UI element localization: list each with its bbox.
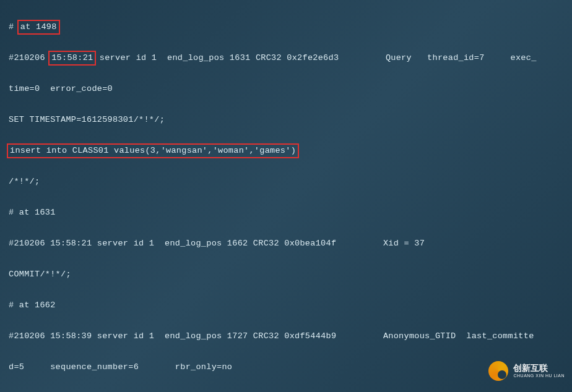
log-line: # at 1662: [9, 297, 563, 313]
text: server id 1 end_log_pos 1631 CRC32 0x2fe…: [94, 53, 536, 62]
log-line: # at 1631: [9, 205, 563, 220]
log-line: #210206 15:58:21 server id 1 end_log_pos…: [9, 236, 563, 251]
logo-icon: [488, 361, 508, 381]
log-line: COMMIT/*!*/;: [9, 266, 563, 282]
terminal-output: # at 1498 #210206 15:58:21 server id 1 e…: [0, 0, 572, 392]
log-line: time=0 error_code=0: [9, 81, 563, 96]
logo-cn: 创新互联: [513, 364, 565, 373]
watermark-logo: 创新互联 CHUANG XIN HU LIAN: [488, 361, 565, 381]
log-line: d=5 sequence_number=6 rbr_only=no: [9, 359, 563, 375]
highlight-position-1498: at 1498: [17, 20, 60, 35]
text: #210206: [9, 53, 50, 62]
log-line: #210206 15:58:39 server id 1 end_log_pos…: [9, 328, 563, 344]
log-line: insert into CLASS01 values(3,'wangsan','…: [9, 143, 563, 158]
log-line: SET TIMESTAMP=1612598301/*!*/;: [9, 112, 563, 127]
highlight-insert-row3: insert into CLASS01 values(3,'wangsan','…: [7, 143, 299, 158]
log-line: #210206 15:58:21 server id 1 end_log_pos…: [9, 50, 563, 66]
log-line: /*!*/;: [9, 174, 563, 189]
logo-en: CHUANG XIN HU LIAN: [513, 373, 565, 378]
logo-text: 创新互联 CHUANG XIN HU LIAN: [513, 364, 565, 378]
highlight-time-155821: 15:58:21: [48, 51, 96, 66]
log-line: # at 1498: [9, 19, 563, 35]
